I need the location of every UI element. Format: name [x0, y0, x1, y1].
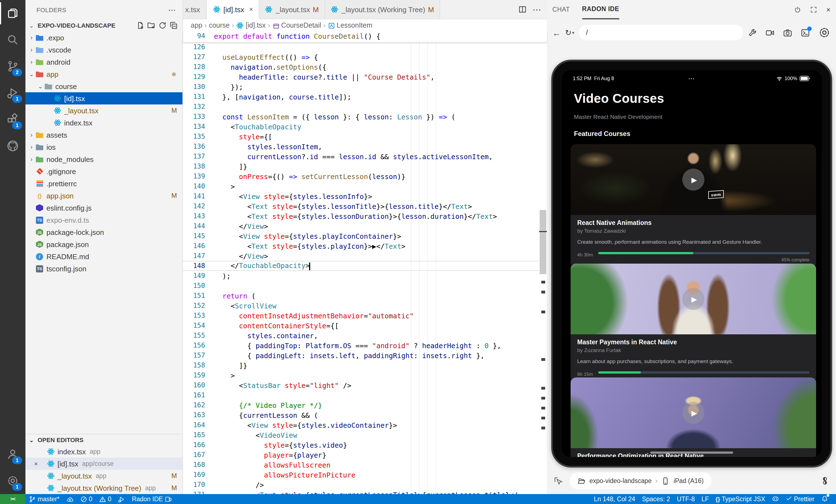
tree-item-package-json[interactable]: JSpackage.json — [25, 238, 183, 250]
code-editor[interactable]: 126127 useLayoutEffect(() => {128 naviga… — [183, 42, 547, 494]
video-thumbnail[interactable]: swm — [571, 144, 816, 215]
tree-item--layout-tsx[interactable]: _layout.tsxM — [25, 104, 183, 117]
tree-item-assets[interactable]: ›assets — [25, 129, 183, 141]
new-file-icon[interactable] — [135, 20, 146, 31]
tree-item-app-json[interactable]: {}app.jsonM — [25, 190, 183, 202]
status-copilot-icon[interactable] — [768, 494, 782, 504]
editor-tab--layout-tsx-working-tree-[interactable]: _layout.tsx (Working Tree)M — [325, 0, 440, 19]
tree-item-package-lock-json[interactable]: JSpackage-lock.json — [25, 226, 183, 238]
tree-item--vscode[interactable]: ›.vscode — [25, 44, 183, 56]
power-icon[interactable] — [794, 6, 801, 13]
folder-icon — [35, 45, 44, 54]
code-line-145: 145 <View style={styles.playIconContaine… — [183, 231, 547, 241]
scrollbar-thumb[interactable] — [540, 210, 546, 274]
line-number: 150 — [183, 282, 214, 290]
close-icon[interactable]: × — [249, 5, 253, 13]
refresh-icon[interactable] — [157, 20, 168, 31]
status-ln-148-col-24[interactable]: Ln 148, Col 24 — [590, 494, 639, 504]
files-activity-button[interactable] — [0, 0, 25, 26]
breadcrumb-course[interactable]: course — [209, 22, 230, 29]
tree-item-expo-env-d-ts[interactable]: TSexpo-env.d.ts — [25, 214, 183, 226]
video-thumbnail[interactable] — [571, 377, 816, 448]
settings-gear-activity-button[interactable]: 1 — [0, 467, 25, 494]
workspace-root-row[interactable]: ⌄ EXPO-VIDEO-LANDSCAPE — [25, 19, 183, 32]
folder-icon — [35, 70, 44, 78]
screenshot-camera-icon[interactable] — [783, 28, 792, 37]
reload-button[interactable]: ↻▾ — [565, 28, 574, 37]
open-editor--layout-tsx-working-tree-[interactable]: _layout.tsx (Working Tree)appM — [25, 482, 183, 494]
search-activity-button[interactable] — [0, 26, 25, 53]
editor-scrollbar[interactable] — [539, 19, 547, 494]
status-typescript-jsx[interactable]: {}TypeScript JSX — [712, 494, 768, 504]
tree-item-app[interactable]: ⌄app — [25, 68, 183, 80]
inspect-element-icon[interactable] — [553, 476, 563, 485]
route-url-input[interactable]: / — [579, 25, 743, 40]
open-editor-index-tsx[interactable]: index.tsxapp — [25, 445, 183, 458]
more-actions-icon[interactable]: ⋯ — [168, 5, 176, 14]
tree-item-android[interactable]: ›android — [25, 56, 183, 68]
open-editor--layout-tsx[interactable]: _layout.tsxappM — [25, 470, 183, 482]
close-icon[interactable]: × — [826, 5, 831, 14]
tree-item-node-modules[interactable]: ›node_modules — [25, 153, 183, 165]
open-editors-header[interactable]: ⌄ OPEN EDITORS — [25, 434, 183, 445]
tree-item-index-tsx[interactable]: index.tsx — [25, 117, 183, 129]
status-radon-ide[interactable]: Radon IDE — [129, 494, 175, 504]
extensions-activity-button[interactable]: 1 — [0, 106, 25, 133]
collapse-all-icon[interactable] — [168, 20, 179, 31]
remote-indicator[interactable]: >< — [0, 494, 25, 504]
simulator-screen[interactable]: 1:52 PM Fri Aug 8 ••• 100% Video Courses… — [562, 70, 822, 457]
screen-record-icon[interactable] — [765, 28, 775, 37]
sticky-scroll-line[interactable]: 94export default function CourseDetail()… — [183, 31, 547, 42]
editor-tab-x-tsx[interactable]: x.tsx — [183, 0, 207, 19]
tab-radon-ide[interactable]: RADON IDE — [582, 0, 619, 19]
tree-item-ios[interactable]: ›ios — [25, 141, 183, 153]
github-activity-button[interactable] — [0, 133, 25, 159]
theme-toggle-icon[interactable] — [820, 477, 829, 485]
tree-item--id-tsx[interactable]: [id].tsx — [25, 92, 183, 104]
home-indicator[interactable] — [650, 451, 733, 454]
tab-chat[interactable]: CHAT — [552, 0, 570, 19]
open-editor--id-tsx[interactable]: ×[id].tsxapp/course — [25, 458, 183, 470]
course-card-3[interactable]: Performance Optimization in React Native… — [571, 377, 816, 457]
back-icon[interactable]: ← — [552, 28, 560, 37]
tree-item--gitignore[interactable]: .gitignore — [25, 165, 183, 177]
breadcrumb-app[interactable]: app — [191, 22, 202, 29]
tree-item-course[interactable]: ⌄course — [25, 80, 183, 92]
editor-tab--layout-tsx[interactable]: _layout.tsxM — [259, 0, 325, 19]
video-thumbnail[interactable] — [571, 264, 816, 334]
tree-item--prettierrc[interactable]: .prettierrc — [25, 177, 183, 190]
split-editor-icon[interactable] — [518, 5, 527, 14]
tree-item-eslint-config-js[interactable]: eslint.config.js — [25, 202, 183, 214]
tree-item-tsconfig-json[interactable]: TStsconfig.json — [25, 263, 183, 275]
close-icon[interactable]: × — [34, 460, 38, 467]
status-master-[interactable]: master* — [25, 494, 63, 504]
dev-tools-icon[interactable] — [747, 28, 757, 37]
tree-item-readme-md[interactable]: iREADME.md — [25, 250, 183, 263]
account-activity-button[interactable]: 1 — [0, 441, 25, 467]
status-spaces-2[interactable]: Spaces: 2 — [639, 494, 673, 504]
tree-item--expo[interactable]: ›.expo — [25, 32, 183, 44]
status-lf[interactable]: LF — [698, 494, 712, 504]
course-card-1[interactable]: swmReact Native Animationsby Tomasz Zawa… — [571, 144, 816, 268]
status-cloud-upload-icon[interactable] — [63, 494, 77, 504]
editor-tab--id-tsx[interactable]: [id].tsx× — [207, 0, 259, 19]
project-device-selector[interactable]: expo-video-landscape › iPad (A16) — [570, 472, 711, 489]
maximize-icon[interactable] — [810, 6, 817, 13]
breadcrumb-coursedetail[interactable]: CourseDetail — [272, 22, 321, 29]
status-utf-8[interactable]: UTF-8 — [673, 494, 698, 504]
source-control-activity-button[interactable]: 2 — [0, 53, 25, 80]
new-folder-icon[interactable] — [146, 20, 157, 31]
course-card-2[interactable]: Master Payments in React Nativeby Zuzann… — [571, 264, 816, 387]
status-0[interactable]: 0 — [77, 494, 96, 504]
device-settings-gear-icon[interactable] — [818, 26, 831, 39]
status-0[interactable]: 0 — [96, 494, 115, 504]
status-prettier[interactable]: Prettier — [782, 494, 818, 504]
run-debug-activity-button[interactable]: 1 — [0, 80, 25, 106]
more-actions-icon[interactable]: ⋯ — [532, 4, 541, 15]
status-bell-icon[interactable] — [818, 494, 832, 504]
breadcrumb-lessonitem[interactable]: LessonItem — [328, 22, 373, 29]
breadcrumb--id-tsx[interactable]: [id].tsx — [236, 22, 266, 29]
progress-bar — [598, 372, 810, 373]
debug-console-icon[interactable] — [801, 28, 810, 37]
status-debug-alt-icon[interactable] — [115, 494, 129, 504]
